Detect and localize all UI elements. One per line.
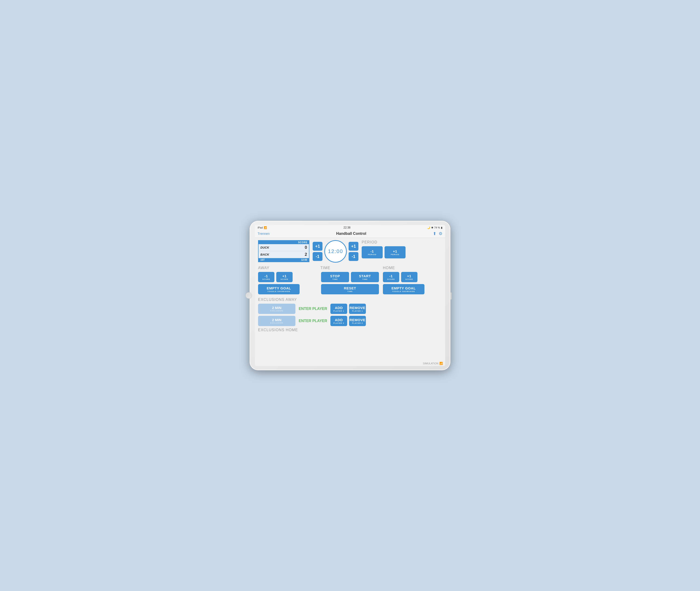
- add-player1-label: ADD: [335, 306, 343, 310]
- away-minus-button[interactable]: -1 SCORE: [258, 272, 274, 282]
- simulation-bar: SIMULATION 📶: [255, 361, 445, 366]
- stop-time-button[interactable]: STOP TIME: [321, 272, 349, 282]
- timer-area: +1 -1 12:00 +1 -1: [313, 240, 358, 263]
- score-adj-left: +1 -1: [313, 242, 323, 261]
- away-plus-label: +1: [282, 274, 287, 278]
- timer-display: 12:00: [328, 248, 343, 254]
- home-label: HOME: [383, 266, 442, 270]
- away-label: AWAY: [258, 266, 317, 270]
- exclusion-away-time1-button[interactable]: 2 MIN EXCLUSION: [258, 304, 295, 314]
- period-buttons: -1 PERIOD +1 PERIOD: [362, 246, 442, 258]
- period-plus-label: +1: [393, 249, 397, 253]
- remove-player1-sub: PLAYER 1: [352, 310, 363, 312]
- add-player2-sub: PLAYER 2: [334, 322, 344, 324]
- away-empty-goal-sub: TOGGLE SHOW/HIDE: [267, 290, 290, 292]
- exclusion-away-row1: 2 MIN EXCLUSION ENTER PLAYER ADD PLAYER …: [258, 304, 442, 314]
- battery-percent: 74 %: [434, 226, 440, 229]
- home-plus-label: +1: [407, 274, 411, 278]
- exclusion-away-row2-actions: ADD PLAYER 2 REMOVE PLAYER 2: [330, 316, 366, 326]
- team1-score: 0: [305, 245, 307, 250]
- status-time: 22:38: [343, 226, 350, 229]
- wifi-status-icon: 📶: [264, 226, 267, 229]
- time-label: TIME: [321, 266, 330, 270]
- remove-player2-button[interactable]: REMOVE PLAYER 2: [349, 316, 366, 326]
- time-stop-start-row: STOP TIME START TIME: [321, 272, 379, 282]
- period-plus-button[interactable]: +1 PERIOD: [384, 246, 406, 258]
- timer-circle: 12:00: [324, 240, 347, 263]
- gear-icon[interactable]: ⚙: [439, 231, 442, 236]
- time-label-scoreboard: 12:00: [301, 259, 307, 261]
- status-right: 🌙 ✱ 74 % ▮: [427, 226, 442, 229]
- team2-name: BACK: [260, 253, 269, 256]
- remove-player1-button[interactable]: REMOVE PLAYER 1: [349, 304, 366, 314]
- exclusions-away-label: EXCLUSIONS AWAY: [258, 298, 442, 302]
- exclusion-away-time2-label: 2 MIN: [272, 318, 281, 322]
- exclusions-home-section: EXCLUSIONS HOME: [258, 328, 442, 335]
- home-button[interactable]: [246, 292, 252, 299]
- away-score-minus-small-button[interactable]: -1: [313, 252, 323, 261]
- enter-player1-label[interactable]: ENTER PLAYER: [298, 307, 328, 311]
- home-plus-button[interactable]: +1 SCORE: [401, 272, 417, 282]
- stop-sub: TIME: [332, 278, 338, 280]
- ipad-device: iPad 📶 22:38 🌙 ✱ 74 % ▮ Trennen Handball…: [250, 221, 450, 370]
- back-button[interactable]: Trennen: [258, 232, 270, 236]
- exclusion-away-row2: 2 MIN EXCLUSION ENTER PLAYER ADD PLAYER …: [258, 316, 442, 326]
- away-empty-goal-button[interactable]: EMPTY GOAL TOGGLE SHOW/HIDE: [258, 284, 300, 294]
- exclusions-away-section: EXCLUSIONS AWAY 2 MIN EXCLUSION ENTER PL…: [258, 298, 442, 326]
- timer-with-adj: +1 -1 12:00 +1 -1: [313, 240, 358, 263]
- exclusion-away-time2-sub: EXCLUSION: [270, 322, 283, 324]
- period-minus-sub: PERIOD: [368, 254, 376, 256]
- add-player1-sub: PLAYER 1: [334, 310, 344, 312]
- start-sub: TIME: [362, 278, 367, 280]
- start-label: START: [359, 274, 371, 278]
- away-plus-button[interactable]: +1 SCORE: [276, 272, 293, 282]
- period-label-scoreboard: 1ST: [260, 259, 265, 261]
- away-empty-goal-label: EMPTY GOAL: [267, 286, 291, 290]
- away-section: AWAY -1 SCORE +1 SCORE EMPTY GOAL T: [258, 266, 317, 294]
- scoreboard: SCORE DUCK 0 BACK 2 1ST 12:00: [258, 240, 309, 262]
- scoreboard-team1-row: DUCK 0: [259, 244, 309, 251]
- remove-player2-label: REMOVE: [350, 318, 365, 322]
- home-minus-label: -1: [389, 274, 393, 278]
- share-icon[interactable]: ⬆: [433, 231, 436, 236]
- home-minus-sub: SCORE: [387, 278, 395, 280]
- bluetooth-icon: ✱: [431, 226, 433, 229]
- reset-sub: TIME: [347, 290, 353, 292]
- add-player2-button[interactable]: ADD PLAYER 2: [330, 316, 347, 326]
- home-score-minus-small-button[interactable]: -1: [349, 252, 358, 261]
- start-time-button[interactable]: START TIME: [351, 272, 379, 282]
- nav-bar: Trennen Handball Control ⬆ ⚙: [255, 230, 445, 238]
- home-empty-goal-button[interactable]: EMPTY GOAL TOGGLE SHOW/HIDE: [383, 284, 424, 294]
- top-section: SCORE DUCK 0 BACK 2 1ST 12:00: [258, 240, 442, 263]
- away-minus-label: -1: [265, 274, 268, 278]
- middle-section: AWAY -1 SCORE +1 SCORE EMPTY GOAL T: [258, 266, 442, 294]
- exclusion-away-time1-label: 2 MIN: [272, 306, 281, 310]
- home-plus-sub: SCORE: [405, 278, 413, 280]
- enter-player2-label[interactable]: ENTER PLAYER: [298, 319, 328, 323]
- scoreboard-footer: 1ST 12:00: [259, 258, 309, 262]
- home-empty-goal-sub: TOGGLE SHOW/HIDE: [392, 290, 415, 292]
- remove-player2-sub: PLAYER 2: [352, 322, 363, 324]
- away-score-plus-small-button[interactable]: +1: [313, 242, 323, 251]
- team1-name: DUCK: [260, 246, 269, 249]
- page-title: Handball Control: [336, 232, 366, 236]
- exclusion-away-time2-button[interactable]: 2 MIN EXCLUSION: [258, 316, 295, 326]
- home-minus-button[interactable]: -1 SCORE: [383, 272, 399, 282]
- exclusions-home-label: EXCLUSIONS HOME: [258, 328, 442, 332]
- exclusion-away-row1-actions: ADD PLAYER 1 REMOVE PLAYER 1: [330, 304, 366, 314]
- score-adj-right: +1 -1: [349, 242, 358, 261]
- main-content: SCORE DUCK 0 BACK 2 1ST 12:00: [255, 238, 445, 361]
- home-section: HOME -1 SCORE +1 SCORE EMPTY GOAL T: [383, 266, 442, 294]
- nav-icons: ⬆ ⚙: [433, 231, 442, 236]
- remove-player1-label: REMOVE: [350, 306, 365, 310]
- ipad-label: iPad: [258, 226, 263, 229]
- reset-time-button[interactable]: RESET TIME: [321, 284, 379, 294]
- moon-icon: 🌙: [427, 226, 430, 229]
- status-left: iPad 📶: [258, 226, 267, 229]
- period-minus-button[interactable]: -1 PERIOD: [362, 246, 383, 258]
- period-plus-sub: PERIOD: [391, 254, 400, 256]
- home-empty-goal-label: EMPTY GOAL: [392, 286, 416, 290]
- away-score-buttons: -1 SCORE +1 SCORE: [258, 272, 317, 282]
- home-score-plus-small-button[interactable]: +1: [349, 242, 358, 251]
- add-player1-button[interactable]: ADD PLAYER 1: [330, 304, 347, 314]
